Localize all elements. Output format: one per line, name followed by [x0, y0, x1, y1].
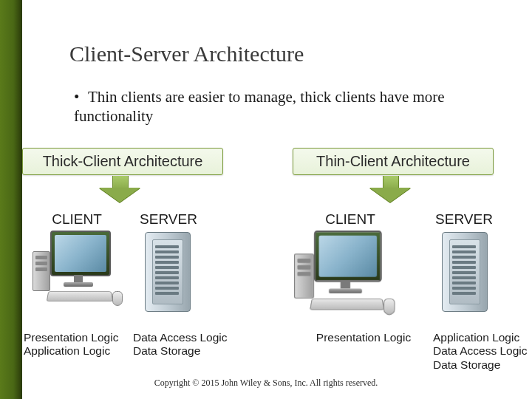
column-header-server: SERVER [139, 211, 198, 228]
column-header-server: SERVER [434, 211, 494, 228]
logic-line: Data Storage [433, 358, 532, 372]
desktop-computer-icon [294, 231, 393, 321]
thin-client-label: Thin-Client Architecture [293, 148, 494, 175]
down-arrow-icon [369, 176, 411, 202]
logic-line: Data Access Logic [133, 331, 244, 344]
bullet-point: • Thin clients are easier to manage, thi… [74, 87, 502, 126]
logic-line: Application Logic [24, 344, 134, 358]
bullet-dot: • [74, 87, 84, 106]
logic-line: Application Logic [433, 331, 532, 344]
column-header-client: CLIENT [47, 211, 106, 228]
down-arrow-icon [99, 176, 140, 202]
page-title: Client-Server Architecture [69, 41, 304, 66]
column-header-client: CLIENT [321, 211, 380, 228]
logic-line: Presentation Logic [304, 331, 423, 344]
logic-line: Data Access Logic [433, 344, 532, 358]
thin-client-logic: Presentation Logic [304, 331, 423, 344]
bullet-text: Thin clients are easier to manage, thick… [74, 88, 445, 125]
copyright-footer: Copyright © 2015 John Wiley & Sons, Inc.… [0, 378, 532, 389]
desktop-computer-icon [33, 231, 121, 312]
logic-line: Presentation Logic [24, 331, 134, 344]
thick-client-label: Thick-Client Architecture [22, 148, 223, 175]
side-accent-bar [0, 0, 22, 399]
server-tower-icon [442, 232, 488, 312]
server-tower-icon [145, 232, 191, 312]
logic-line: Data Storage [133, 344, 244, 358]
thin-server-logic: Application Logic Data Access Logic Data… [433, 331, 532, 372]
thick-server-logic: Data Access Logic Data Storage [133, 331, 244, 358]
thick-client-logic: Presentation Logic Application Logic [24, 331, 134, 358]
